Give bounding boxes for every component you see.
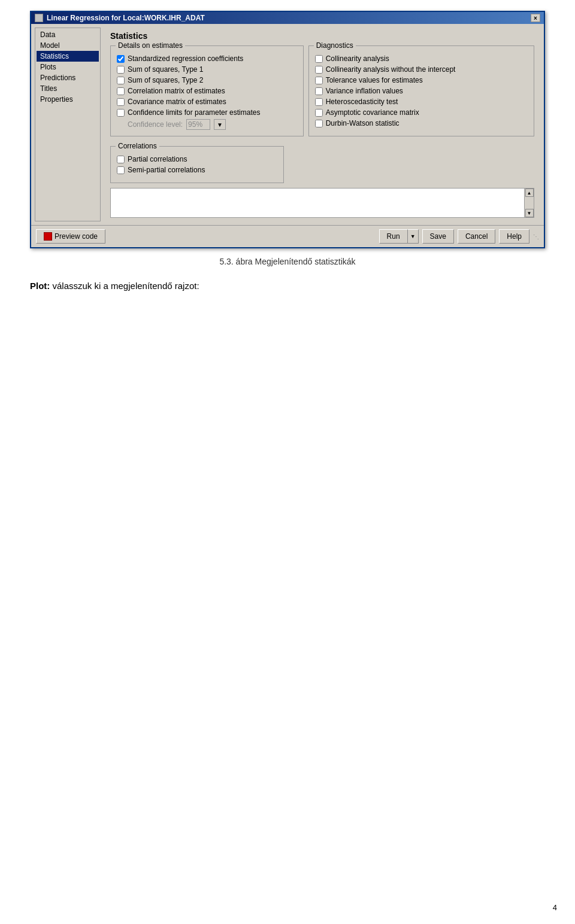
details-group: Details on estimates Standardized regres… [110,45,304,136]
body-text: Plot: válasszuk ki a megjelenítendő rajz… [30,281,569,291]
dialog-title: Linear Regression for Local:WORK.IHR_ADA… [47,14,205,22]
checkbox-partial: Partial correlations [117,155,277,163]
checkbox-semi-partial-label: Semi-partial correlations [128,166,205,174]
checkbox-semi-partial-input[interactable] [117,166,125,174]
cancel-button[interactable]: Cancel [458,229,495,244]
sidebar-item-titles[interactable]: Titles [37,83,99,94]
checkbox-collinearity-input[interactable] [315,55,323,63]
checkbox-std-reg-label: Standardized regression coefficients [128,54,243,63]
caption: 5.3. ábra Megjelenítendő statisztikák [6,257,569,266]
checkbox-collinearity-label: Collinearity analysis [326,54,389,63]
preview-icon [44,232,52,241]
checkbox-variance-inf: Variance inflation values [315,87,528,95]
checkbox-collinearity: Collinearity analysis [315,54,528,63]
checkbox-durbin-input[interactable] [315,120,323,127]
scroll-down-button[interactable]: ▼ [525,209,534,217]
sidebar-item-predictions[interactable]: Predictions [37,72,99,83]
preview-code-button[interactable]: Preview code [36,229,105,244]
diagnostics-legend: Diagnostics [314,41,356,50]
title-icon [35,14,43,22]
dialog-titlebar: Linear Regression for Local:WORK.IHR_ADA… [31,12,544,24]
checkbox-std-reg: Standardized regression coefficients [117,54,297,63]
resize-handle: ⋱ [533,233,539,240]
checkbox-heterosced-input[interactable] [315,98,323,106]
checkbox-conf-limits-input[interactable] [117,109,125,117]
checkbox-corr-matrix: Correlation matrix of estimates [117,87,297,95]
sidebar-item-properties[interactable]: Properties [37,94,99,105]
sidebar-item-plots[interactable]: Plots [37,62,99,72]
button-bar: Preview code Run ▼ Save Cancel Help ⋱ [31,225,544,247]
confidence-row: Confidence level: ▼ [128,119,297,130]
checkbox-variance-inf-input[interactable] [315,87,323,95]
checkbox-sum-sq1: Sum of squares, Type 1 [117,65,297,74]
sidebar-item-model[interactable]: Model [37,40,99,51]
checkbox-conf-limits: Confidence limits for parameter estimate… [117,108,297,117]
run-button[interactable]: Run [379,229,408,244]
checkbox-tolerance: Tolerance values for estimates [315,76,528,84]
checkbox-asymptotic-input[interactable] [315,109,323,117]
dialog-window: Linear Regression for Local:WORK.IHR_ADA… [30,11,545,248]
confidence-dropdown[interactable]: ▼ [214,119,226,130]
section-title: Statistics [110,31,534,41]
checkbox-heterosced-label: Heteroscedasticity test [326,98,398,106]
checkbox-semi-partial: Semi-partial correlations [117,166,277,174]
main-content: Statistics Details on estimates Standard… [104,28,540,221]
checkbox-variance-inf-label: Variance inflation values [326,87,403,95]
body-text-bold: Plot: [30,281,50,291]
sidebar-item-statistics[interactable]: Statistics [37,51,99,62]
checkbox-sum-sq1-input[interactable] [117,66,125,74]
diagnostics-group: Diagnostics Collinearity analysis Collin… [308,45,534,136]
checkbox-sum-sq2: Sum of squares, Type 2 [117,76,297,84]
correlations-group: Correlations Partial correlations Semi-p… [110,146,284,183]
sidebar: Data Model Statistics Plots Predictions … [35,28,101,221]
page-number: 4 [553,903,557,912]
checkbox-sum-sq2-input[interactable] [117,77,125,84]
checkbox-partial-label: Partial correlations [128,155,187,163]
checkbox-cov-matrix: Covariance matrix of estimates [117,98,297,106]
save-button[interactable]: Save [422,229,454,244]
checkbox-collinearity-no-int: Collinearity analysis without the interc… [315,65,528,74]
checkbox-corr-matrix-label: Correlation matrix of estimates [128,87,225,95]
checkbox-collinearity-no-int-input[interactable] [315,66,323,74]
scroll-up-button[interactable]: ▲ [525,189,534,197]
code-area [111,189,524,217]
checkbox-std-reg-input[interactable] [117,55,125,63]
checkbox-asymptotic-label: Asymptotic covariance matrix [326,108,419,117]
sidebar-item-data[interactable]: Data [37,29,99,40]
checkbox-conf-limits-label: Confidence limits for parameter estimate… [128,108,260,117]
checkbox-durbin-label: Durbin-Watson statistic [326,119,400,127]
scrollbar: ▲ ▼ [524,189,534,217]
details-legend: Details on estimates [116,41,185,50]
close-button[interactable]: × [531,14,540,22]
checkbox-tolerance-label: Tolerance values for estimates [326,76,423,84]
confidence-label: Confidence level: [128,120,183,129]
checkbox-cov-matrix-label: Covariance matrix of estimates [128,98,226,106]
checkbox-durbin: Durbin-Watson statistic [315,119,528,127]
checkbox-sum-sq2-label: Sum of squares, Type 2 [128,76,204,84]
body-text-rest: válasszuk ki a megjelenítendő rajzot: [50,281,199,291]
confidence-input[interactable] [186,119,210,130]
checkbox-partial-input[interactable] [117,156,125,163]
correlations-legend: Correlations [116,142,159,150]
checkbox-collinearity-no-int-label: Collinearity analysis without the interc… [326,65,456,74]
run-arrow-button[interactable]: ▼ [408,229,419,244]
checkbox-heterosced: Heteroscedasticity test [315,98,528,106]
help-button[interactable]: Help [499,229,529,244]
checkbox-asymptotic: Asymptotic covariance matrix [315,108,528,117]
run-group: Run ▼ [379,229,419,244]
checkbox-corr-matrix-input[interactable] [117,87,125,95]
checkbox-sum-sq1-label: Sum of squares, Type 1 [128,65,204,74]
checkbox-tolerance-input[interactable] [315,77,323,84]
checkbox-cov-matrix-input[interactable] [117,98,125,106]
